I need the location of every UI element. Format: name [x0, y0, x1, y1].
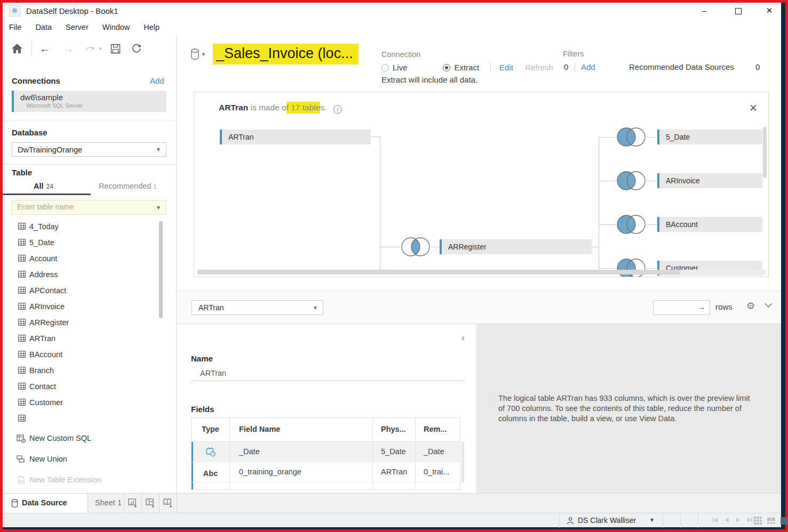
- table-row[interactable]: 4_Today: [3, 219, 163, 235]
- new-dashboard-button[interactable]: [142, 494, 160, 513]
- table-search: ▼: [12, 200, 166, 215]
- datetime-icon[interactable]: [192, 442, 230, 462]
- table-row[interactable]: Branch: [3, 363, 163, 379]
- recommended-data-sources-label[interactable]: Recommended Data Sources: [629, 62, 734, 71]
- scrollbar-thumb[interactable]: [197, 270, 680, 275]
- menu-help[interactable]: Help: [144, 23, 160, 31]
- table-row[interactable]: Customer: [3, 395, 163, 411]
- nav-last-icon[interactable]: [747, 517, 753, 523]
- rows-go-icon[interactable]: →: [697, 302, 705, 311]
- diagram-horizontal-scrollbar[interactable]: [197, 270, 766, 275]
- maximize-button[interactable]: [729, 4, 747, 18]
- gear-icon[interactable]: ⚙: [746, 300, 755, 312]
- chevron-down-icon: ▼: [649, 517, 655, 523]
- tab-recommended[interactable]: Recommended1: [99, 182, 156, 190]
- chevron-down-icon[interactable]: ▼: [201, 52, 206, 57]
- menu-window[interactable]: Window: [102, 23, 130, 31]
- minimize-button[interactable]: –: [695, 4, 713, 18]
- home-icon[interactable]: [11, 43, 23, 54]
- database-dropdown[interactable]: DwTrainingOrange ▼: [12, 142, 166, 157]
- table-row[interactable]: Account: [3, 251, 163, 267]
- rows-input[interactable]: [657, 303, 695, 311]
- table-row[interactable]: APContact: [3, 283, 163, 299]
- save-icon[interactable]: [110, 44, 121, 54]
- sheet-nav: [712, 517, 753, 523]
- presentation-mode-icon[interactable]: [781, 517, 788, 525]
- radio-extract[interactable]: [443, 64, 450, 71]
- nav-first-icon[interactable]: [712, 517, 718, 523]
- table-row[interactable]: Address: [3, 267, 163, 283]
- back-icon[interactable]: ←: [39, 43, 50, 54]
- add-connection-link[interactable]: Add: [150, 76, 164, 85]
- tab-all[interactable]: All24: [34, 182, 53, 190]
- edit-link[interactable]: Edit: [499, 63, 513, 72]
- add-filter-link[interactable]: Add: [581, 62, 595, 71]
- table-row-partial[interactable]: [3, 411, 163, 424]
- field-name: 0_training_orange: [230, 462, 373, 482]
- collapse-panel-icon[interactable]: ‹: [461, 333, 465, 343]
- user-menu[interactable]: DS Clark Walliser ▼: [559, 513, 663, 528]
- forward-icon[interactable]: →: [63, 43, 74, 54]
- screen: ❋ DataSelf Desktop - Book1 – ✕ File Data…: [0, 0, 788, 532]
- diagram-node-branch[interactable]: BAccount: [657, 217, 762, 232]
- tab-sheet1[interactable]: Sheet 1: [88, 494, 124, 513]
- refresh-icon[interactable]: [131, 43, 142, 54]
- show-filmstrip-icon[interactable]: [767, 517, 775, 525]
- string-type-icon[interactable]: Abc: [192, 462, 230, 482]
- diagram-title: ARTran is made of 17 tables. i: [219, 103, 342, 114]
- diagram-node-branch[interactable]: 5_Date: [657, 130, 762, 144]
- table-row[interactable]: 5_Date: [3, 235, 163, 251]
- close-panel-icon[interactable]: ✕: [749, 102, 758, 114]
- table-row[interactable]: Contact: [3, 379, 163, 395]
- name-input[interactable]: ARTran: [200, 369, 226, 377]
- table-row[interactable]: ARTran: [3, 331, 163, 347]
- connection-label: Connection: [381, 50, 420, 59]
- fields-table-scrollbar[interactable]: [461, 442, 464, 482]
- chevron-down-icon[interactable]: [765, 303, 773, 308]
- new-union[interactable]: New Union: [3, 450, 177, 470]
- info-icon[interactable]: i: [333, 105, 342, 114]
- show-tabs-icon[interactable]: [754, 517, 762, 525]
- field-row[interactable]: _Date 5_Date _Date: [192, 442, 460, 462]
- tab-all-count: 24: [46, 183, 53, 190]
- datasource-title[interactable]: _Sales_Invoice (loc...: [213, 44, 359, 65]
- redo-icon[interactable]: [84, 44, 97, 53]
- table-row[interactable]: ARInvoice: [3, 299, 163, 315]
- new-worksheet-button[interactable]: [124, 494, 142, 513]
- join-diagram-panel: ARTran is made of 17 tables. i ✕: [194, 92, 769, 277]
- join-left-icon[interactable]: [616, 126, 647, 148]
- table-row[interactable]: BAccount: [3, 347, 163, 363]
- user-icon: [566, 517, 575, 525]
- diagram-node-branch[interactable]: ARInvoice: [657, 173, 762, 188]
- tab-data-source[interactable]: Data Source: [3, 494, 88, 513]
- diagram-node-mid[interactable]: ARRegister: [440, 239, 592, 254]
- diagram-node-root[interactable]: ARTran: [220, 130, 371, 144]
- redo-caret-icon[interactable]: ▾: [99, 46, 102, 51]
- fields-table-header: Type Field Name Phys... Rem...: [192, 418, 460, 442]
- new-story-button[interactable]: [160, 494, 177, 513]
- menu-file[interactable]: File: [9, 23, 21, 31]
- nav-prev-icon[interactable]: [725, 517, 729, 523]
- diagram-title-table: ARTran: [219, 103, 248, 112]
- join-left-icon[interactable]: [616, 170, 647, 191]
- join-inner-icon[interactable]: [400, 236, 431, 257]
- table-row[interactable]: ARRegister: [3, 315, 163, 331]
- menu-data[interactable]: Data: [35, 23, 52, 31]
- menu-server[interactable]: Server: [66, 23, 89, 31]
- radio-live[interactable]: [381, 64, 389, 71]
- field-row[interactable]: Abc 0_training_orange ARTran 0_trai...: [192, 462, 460, 482]
- join-left-icon[interactable]: [616, 214, 647, 235]
- logical-table-dropdown[interactable]: ARTran ▼: [192, 300, 323, 315]
- sidebar-scrollbar[interactable]: [159, 221, 163, 318]
- chevron-down-icon[interactable]: ▼: [156, 205, 161, 211]
- datasource-cylinder-icon[interactable]: [190, 49, 200, 60]
- field-row-partial[interactable]: [192, 482, 460, 489]
- nav-next-icon[interactable]: [736, 517, 741, 523]
- close-button[interactable]: ✕: [760, 4, 778, 18]
- connector-line: [592, 247, 599, 247]
- connection-card[interactable]: dw6\sample Microsoft SQL Server: [12, 91, 166, 112]
- new-custom-sql[interactable]: New Custom SQL: [3, 429, 177, 449]
- new-table-extension-icon: [17, 476, 26, 485]
- table-search-input[interactable]: [17, 203, 150, 211]
- diagram-vertical-scrollbar[interactable]: [763, 127, 767, 178]
